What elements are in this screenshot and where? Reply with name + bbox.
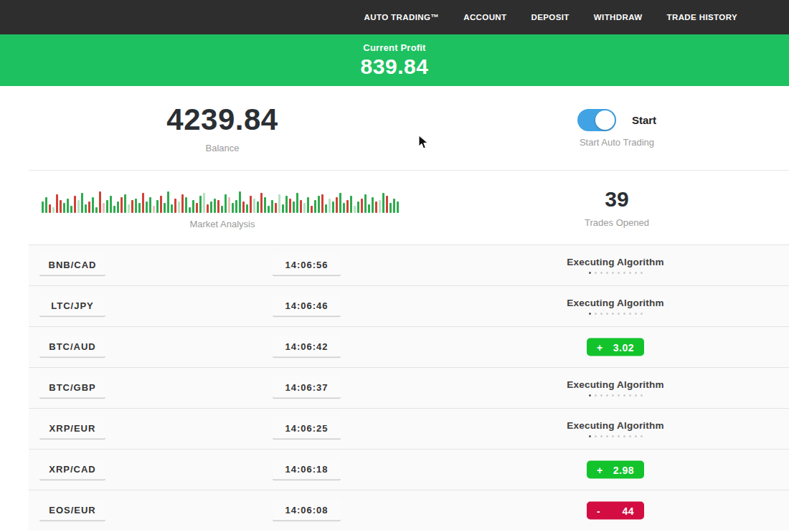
table-row: BTC/AUD14:06:42+3.02 — [29, 326, 789, 367]
trade-result: +3.02 — [501, 338, 730, 356]
time-chip: 14:06:08 — [273, 500, 341, 522]
executing-algorithm-label: Executing Algorithm — [567, 257, 663, 267]
pair-chip: BTC/AUD — [39, 336, 105, 358]
time-chip: 14:06:18 — [273, 459, 341, 481]
trades-opened-value: 39 — [605, 187, 628, 212]
market-section: Market Analysis 39 Trades Opened — [0, 171, 789, 244]
toggle-label: Start — [632, 114, 656, 126]
table-row: BNB/CAD14:06:56Executing Algorithm — [29, 244, 789, 285]
progress-dots — [589, 272, 643, 274]
progress-dots — [589, 435, 643, 437]
executing-algorithm-label: Executing Algorithm — [567, 379, 663, 390]
table-row: XRP/CAD14:06:18+2.98 — [29, 449, 789, 490]
table-row: EOS/EUR14:06:08-44 — [29, 490, 789, 531]
auto-trading-caption: Start Auto Trading — [580, 137, 654, 148]
balance-value: 4239.84 — [166, 103, 278, 137]
badge-sign: + — [597, 341, 603, 353]
time-chip: 14:06:42 — [273, 336, 341, 358]
profit-badge: +3.02 — [587, 338, 644, 356]
balance-section: 4239.84 Balance Start Start Auto Trading — [0, 86, 789, 170]
loss-badge: -44 — [587, 502, 644, 520]
nav-item-trade-history[interactable]: TRADE HISTORY — [667, 13, 738, 22]
executing-algorithm-label: Executing Algorithm — [567, 420, 663, 431]
trade-result: Executing Algorithm — [501, 257, 730, 274]
market-analysis-label: Market Analysis — [189, 219, 255, 229]
trade-result: -44 — [501, 502, 730, 520]
nav-item-auto-trading[interactable]: AUTO TRADING™ — [364, 13, 440, 22]
pair-chip: EOS/EUR — [39, 500, 105, 522]
trades-list: BNB/CAD14:06:56Executing AlgorithmLTC/JP… — [0, 244, 789, 531]
executing-algorithm-label: Executing Algorithm — [567, 298, 663, 308]
trade-result: Executing Algorithm — [501, 420, 730, 437]
profit-badge: +2.98 — [587, 461, 644, 479]
badge-value: 2.98 — [613, 464, 634, 475]
nav-item-deposit[interactable]: DEPOSIT — [531, 13, 570, 22]
trades-opened-label: Trades Opened — [585, 217, 649, 228]
current-profit-label: Current Profit — [363, 42, 425, 53]
time-chip: 14:06:46 — [273, 295, 341, 318]
market-analysis-chart — [42, 186, 404, 213]
table-row: LTC/JPY14:06:46Executing Algorithm — [29, 285, 789, 326]
toggle-knob — [595, 110, 615, 130]
balance-label: Balance — [206, 143, 240, 153]
trade-result: Executing Algorithm — [501, 298, 730, 315]
pair-chip: XRP/EUR — [39, 418, 105, 440]
pair-chip: XRP/CAD — [39, 459, 105, 481]
pair-chip: BTC/GBP — [39, 377, 105, 399]
trade-result: Executing Algorithm — [501, 379, 730, 396]
current-profit-value: 839.84 — [361, 54, 429, 79]
badge-sign: - — [597, 505, 600, 516]
time-chip: 14:06:37 — [273, 377, 341, 399]
nav-item-withdraw[interactable]: WITHDRAW — [594, 13, 643, 22]
progress-dots — [589, 313, 643, 315]
progress-dots — [589, 394, 643, 396]
auto-trading-toggle[interactable] — [577, 109, 616, 131]
pair-chip: LTC/JPY — [39, 295, 105, 318]
time-chip: 14:06:25 — [273, 418, 341, 440]
pair-chip: BNB/CAD — [39, 255, 105, 277]
badge-value: 44 — [622, 505, 634, 516]
table-row: XRP/EUR14:06:25Executing Algorithm — [29, 408, 789, 449]
trade-result: +2.98 — [501, 461, 730, 479]
nav-item-account[interactable]: ACCOUNT — [463, 13, 506, 22]
badge-value: 3.02 — [613, 341, 634, 353]
current-profit-banner: Current Profit 839.84 — [0, 34, 789, 86]
badge-sign: + — [597, 464, 603, 475]
time-chip: 14:06:56 — [273, 255, 341, 277]
top-navigation: AUTO TRADING™ACCOUNTDEPOSITWITHDRAWTRADE… — [0, 0, 789, 34]
table-row: BTC/GBP14:06:37Executing Algorithm — [29, 367, 789, 408]
